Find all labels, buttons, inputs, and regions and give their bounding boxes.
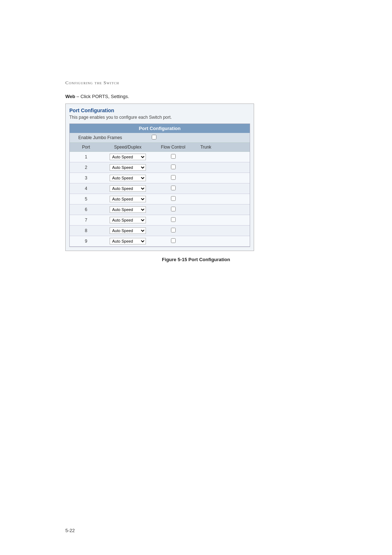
flow-control-checkbox[interactable] (171, 238, 176, 243)
port-number: 3 (70, 174, 102, 182)
speed-duplex-select[interactable]: Auto Speed10 Half10 Full100 Half100 Full… (110, 154, 146, 160)
col-header-flow: Flow Control (153, 143, 193, 151)
flow-control-checkbox[interactable] (171, 186, 176, 190)
speed-duplex-select[interactable]: Auto Speed10 Half10 Full100 Half100 Full… (110, 185, 146, 192)
table-body: 1Auto Speed10 Half10 Full100 Half100 Ful… (70, 152, 250, 247)
flow-control-cell (153, 215, 193, 225)
speed-duplex-cell: Auto Speed10 Half10 Full100 Half100 Full… (102, 204, 153, 215)
flow-control-cell (153, 163, 193, 172)
flow-control-checkbox[interactable] (171, 207, 176, 211)
port-config-outer: Port Configuration This page enables you… (65, 104, 254, 251)
speed-duplex-cell: Auto Speed10 Half10 Full100 Half100 Full… (102, 183, 153, 194)
speed-duplex-cell: Auto Speed10 Half10 Full100 Half100 Full… (102, 173, 153, 183)
table-row: 9Auto Speed10 Half10 Full100 Half100 Ful… (70, 236, 250, 247)
trunk-cell (193, 208, 219, 211)
table-row: 3Auto Speed10 Half10 Full100 Half100 Ful… (70, 173, 250, 183)
port-number: 6 (70, 205, 102, 214)
flow-control-checkbox[interactable] (171, 217, 176, 222)
speed-duplex-select[interactable]: Auto Speed10 Half10 Full100 Half100 Full… (110, 196, 146, 202)
trunk-cell (193, 166, 219, 169)
figure-caption: Figure 5-15 Port Configuration (65, 257, 327, 262)
speed-duplex-select[interactable]: Auto Speed10 Half10 Full100 Half100 Full… (110, 206, 146, 213)
port-config-outer-title: Port Configuration (69, 108, 250, 113)
flow-control-cell (153, 226, 193, 235)
table-row: 6Auto Speed10 Half10 Full100 Half100 Ful… (70, 204, 250, 215)
port-number: 8 (70, 226, 102, 235)
col-header-speed: Speed/Duplex (102, 143, 153, 151)
flow-control-cell (153, 152, 193, 162)
web-separator: – (77, 94, 79, 99)
speed-duplex-cell: Auto Speed10 Half10 Full100 Half100 Full… (102, 162, 153, 173)
table-row: 5Auto Speed10 Half10 Full100 Half100 Ful… (70, 194, 250, 204)
speed-duplex-select[interactable]: Auto Speed10 Half10 Full100 Half100 Full… (110, 227, 146, 234)
jumbo-frames-row: Enable Jumbo Frames (70, 133, 250, 143)
speed-duplex-cell: Auto Speed10 Half10 Full100 Half100 Full… (102, 226, 153, 236)
trunk-cell (193, 239, 219, 243)
port-number: 9 (70, 237, 102, 246)
col-header-trunk: Trunk (193, 143, 219, 151)
page-number: 5-22 (65, 528, 75, 533)
flow-control-checkbox[interactable] (171, 154, 176, 159)
speed-duplex-cell: Auto Speed10 Half10 Full100 Half100 Full… (102, 194, 153, 204)
web-instruction: Web – Click PORTS, Settings. (65, 94, 327, 99)
trunk-cell (193, 197, 219, 201)
table-row: 7Auto Speed10 Half10 Full100 Half100 Ful… (70, 215, 250, 226)
flow-control-checkbox[interactable] (171, 175, 176, 180)
flow-control-checkbox[interactable] (171, 196, 176, 201)
trunk-cell (193, 155, 219, 159)
flow-control-cell (153, 173, 193, 183)
port-config-outer-subtitle: This page enables you to configure each … (69, 115, 250, 120)
web-label: Web (65, 94, 75, 99)
table-row: 2Auto Speed10 Half10 Full100 Half100 Ful… (70, 162, 250, 173)
speed-duplex-cell: Auto Speed10 Half10 Full100 Half100 Full… (102, 236, 153, 246)
speed-duplex-select[interactable]: Auto Speed10 Half10 Full100 Half100 Full… (110, 164, 146, 171)
flow-control-cell (153, 194, 193, 204)
column-headers: Port Speed/Duplex Flow Control Trunk (70, 143, 250, 152)
port-number: 4 (70, 184, 102, 193)
speed-duplex-select[interactable]: Auto Speed10 Half10 Full100 Half100 Full… (110, 175, 146, 181)
flow-control-cell (153, 236, 193, 246)
flow-control-checkbox[interactable] (171, 165, 176, 169)
speed-duplex-cell: Auto Speed10 Half10 Full100 Half100 Full… (102, 152, 153, 162)
table-row: 1Auto Speed10 Half10 Full100 Half100 Ful… (70, 152, 250, 162)
port-number: 5 (70, 195, 102, 203)
speed-duplex-select[interactable]: Auto Speed10 Half10 Full100 Half100 Full… (110, 238, 146, 244)
port-number: 1 (70, 153, 102, 161)
trunk-cell (193, 218, 219, 222)
port-config-inner: Port Configuration Enable Jumbo Frames P… (69, 123, 250, 247)
speed-duplex-select[interactable]: Auto Speed10 Half10 Full100 Half100 Full… (110, 217, 146, 223)
table-row: 4Auto Speed10 Half10 Full100 Half100 Ful… (70, 183, 250, 194)
trunk-cell (193, 187, 219, 190)
jumbo-frames-checkbox-cell (127, 135, 181, 141)
page-wrapper: Configuring the Switch Web – Click PORTS… (0, 0, 392, 291)
chapter-heading: Configuring the Switch (65, 80, 327, 86)
port-number: 2 (70, 163, 102, 172)
trunk-cell (193, 229, 219, 232)
port-number: 7 (70, 216, 102, 224)
jumbo-frames-label: Enable Jumbo Frames (73, 135, 127, 140)
col-header-port: Port (70, 143, 102, 151)
port-config-inner-header: Port Configuration (70, 124, 250, 133)
jumbo-frames-checkbox[interactable] (152, 135, 156, 139)
web-text: Click PORTS, Settings. (81, 94, 129, 99)
flow-control-checkbox[interactable] (171, 228, 176, 232)
table-row: 8Auto Speed10 Half10 Full100 Half100 Ful… (70, 226, 250, 236)
trunk-cell (193, 176, 219, 180)
flow-control-cell (153, 205, 193, 214)
flow-control-cell (153, 184, 193, 193)
speed-duplex-cell: Auto Speed10 Half10 Full100 Half100 Full… (102, 215, 153, 225)
